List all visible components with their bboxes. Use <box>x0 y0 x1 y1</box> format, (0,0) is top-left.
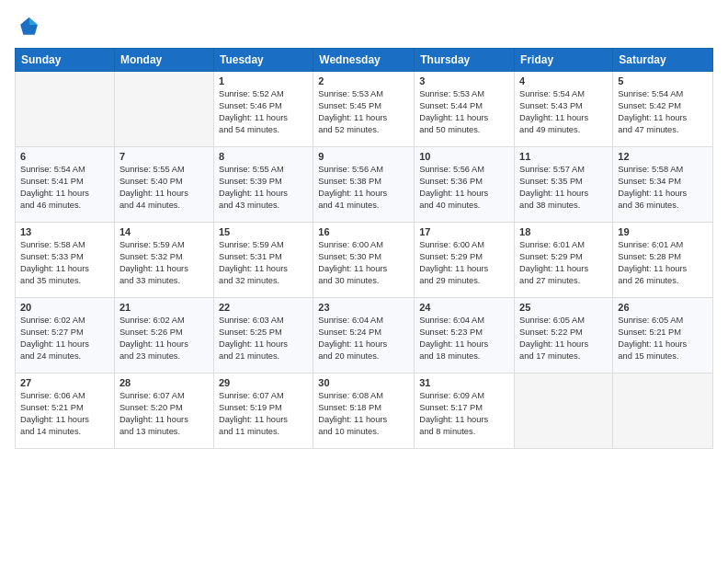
day-number: 21 <box>119 302 209 313</box>
svg-marker-1 <box>29 17 38 25</box>
weekday-header-wednesday: Wednesday <box>313 49 415 72</box>
day-number: 31 <box>419 377 509 388</box>
calendar-cell: 11Sunrise: 5:57 AM Sunset: 5:35 PM Dayli… <box>515 147 613 223</box>
day-number: 5 <box>618 75 708 86</box>
day-number: 29 <box>219 377 308 388</box>
day-number: 16 <box>318 226 409 237</box>
day-number: 12 <box>618 151 708 162</box>
day-info: Sunrise: 5:56 AM Sunset: 5:38 PM Dayligh… <box>318 164 409 212</box>
calendar-cell: 5Sunrise: 5:54 AM Sunset: 5:42 PM Daylig… <box>613 72 713 147</box>
calendar-cell: 9Sunrise: 5:56 AM Sunset: 5:38 PM Daylig… <box>313 147 415 223</box>
day-info: Sunrise: 6:05 AM Sunset: 5:21 PM Dayligh… <box>618 315 708 362</box>
calendar-cell: 8Sunrise: 5:55 AM Sunset: 5:39 PM Daylig… <box>213 147 313 223</box>
calendar-cell: 18Sunrise: 6:01 AM Sunset: 5:29 PM Dayli… <box>515 223 613 298</box>
day-number: 28 <box>119 377 209 388</box>
day-number: 17 <box>419 226 509 237</box>
calendar-week-4: 20Sunrise: 6:02 AM Sunset: 5:27 PM Dayli… <box>16 298 713 373</box>
calendar-cell: 4Sunrise: 5:54 AM Sunset: 5:43 PM Daylig… <box>515 72 613 147</box>
weekday-header-saturday: Saturday <box>613 49 713 72</box>
page-container: SundayMondayTuesdayWednesdayThursdayFrid… <box>0 0 728 563</box>
day-info: Sunrise: 6:00 AM Sunset: 5:29 PM Dayligh… <box>419 239 509 287</box>
day-number: 19 <box>618 226 708 237</box>
calendar-body: 1Sunrise: 5:52 AM Sunset: 5:46 PM Daylig… <box>16 72 713 449</box>
calendar-cell: 22Sunrise: 6:03 AM Sunset: 5:25 PM Dayli… <box>213 298 313 373</box>
calendar-cell: 6Sunrise: 5:54 AM Sunset: 5:41 PM Daylig… <box>16 147 115 223</box>
day-number: 22 <box>219 302 308 313</box>
calendar-cell: 24Sunrise: 6:04 AM Sunset: 5:23 PM Dayli… <box>415 298 515 373</box>
calendar-cell: 7Sunrise: 5:55 AM Sunset: 5:40 PM Daylig… <box>114 147 213 223</box>
day-info: Sunrise: 5:55 AM Sunset: 5:39 PM Dayligh… <box>219 164 308 212</box>
day-number: 2 <box>318 75 409 86</box>
day-number: 14 <box>119 226 209 237</box>
day-number: 4 <box>519 75 608 86</box>
calendar-cell: 15Sunrise: 5:59 AM Sunset: 5:31 PM Dayli… <box>213 223 313 298</box>
day-info: Sunrise: 6:06 AM Sunset: 5:21 PM Dayligh… <box>20 390 109 438</box>
calendar-cell: 25Sunrise: 6:05 AM Sunset: 5:22 PM Dayli… <box>515 298 613 373</box>
day-info: Sunrise: 6:08 AM Sunset: 5:18 PM Dayligh… <box>318 390 409 438</box>
day-number: 15 <box>219 226 308 237</box>
calendar-cell: 23Sunrise: 6:04 AM Sunset: 5:24 PM Dayli… <box>313 298 415 373</box>
calendar-cell: 10Sunrise: 5:56 AM Sunset: 5:36 PM Dayli… <box>415 147 515 223</box>
day-info: Sunrise: 5:54 AM Sunset: 5:43 PM Dayligh… <box>519 88 608 136</box>
weekday-header-friday: Friday <box>515 49 613 72</box>
calendar-week-2: 6Sunrise: 5:54 AM Sunset: 5:41 PM Daylig… <box>16 147 713 223</box>
day-number: 11 <box>519 151 608 162</box>
day-number: 27 <box>20 377 109 388</box>
day-info: Sunrise: 5:58 AM Sunset: 5:33 PM Dayligh… <box>20 239 109 287</box>
calendar-cell: 3Sunrise: 5:53 AM Sunset: 5:44 PM Daylig… <box>415 72 515 147</box>
day-info: Sunrise: 5:56 AM Sunset: 5:36 PM Dayligh… <box>419 164 509 212</box>
calendar-cell: 12Sunrise: 5:58 AM Sunset: 5:34 PM Dayli… <box>613 147 713 223</box>
day-info: Sunrise: 6:05 AM Sunset: 5:22 PM Dayligh… <box>519 315 608 362</box>
logo <box>15 15 44 40</box>
calendar-cell: 29Sunrise: 6:07 AM Sunset: 5:19 PM Dayli… <box>213 373 313 449</box>
day-info: Sunrise: 6:04 AM Sunset: 5:24 PM Dayligh… <box>318 315 409 362</box>
calendar-cell <box>515 373 613 449</box>
day-info: Sunrise: 6:03 AM Sunset: 5:25 PM Dayligh… <box>219 315 308 362</box>
day-info: Sunrise: 5:53 AM Sunset: 5:45 PM Dayligh… <box>318 88 409 136</box>
day-info: Sunrise: 6:01 AM Sunset: 5:28 PM Dayligh… <box>618 239 708 287</box>
calendar-cell: 17Sunrise: 6:00 AM Sunset: 5:29 PM Dayli… <box>415 223 515 298</box>
calendar-cell: 21Sunrise: 6:02 AM Sunset: 5:26 PM Dayli… <box>114 298 213 373</box>
weekday-header-thursday: Thursday <box>415 49 515 72</box>
calendar-week-1: 1Sunrise: 5:52 AM Sunset: 5:46 PM Daylig… <box>16 72 713 147</box>
calendar-cell: 13Sunrise: 5:58 AM Sunset: 5:33 PM Dayli… <box>16 223 115 298</box>
day-number: 25 <box>519 302 608 313</box>
day-info: Sunrise: 6:02 AM Sunset: 5:26 PM Dayligh… <box>119 315 209 362</box>
day-number: 24 <box>419 302 509 313</box>
weekday-header-tuesday: Tuesday <box>213 49 313 72</box>
day-number: 23 <box>318 302 409 313</box>
day-number: 30 <box>318 377 409 388</box>
calendar-week-3: 13Sunrise: 5:58 AM Sunset: 5:33 PM Dayli… <box>16 223 713 298</box>
day-number: 1 <box>219 75 308 86</box>
day-number: 7 <box>119 151 209 162</box>
day-info: Sunrise: 5:57 AM Sunset: 5:35 PM Dayligh… <box>519 164 608 212</box>
day-info: Sunrise: 5:55 AM Sunset: 5:40 PM Dayligh… <box>119 164 209 212</box>
weekday-header-monday: Monday <box>114 49 213 72</box>
day-number: 20 <box>20 302 109 313</box>
day-info: Sunrise: 6:07 AM Sunset: 5:19 PM Dayligh… <box>219 390 308 438</box>
day-info: Sunrise: 6:04 AM Sunset: 5:23 PM Dayligh… <box>419 315 509 362</box>
calendar-cell: 31Sunrise: 6:09 AM Sunset: 5:17 PM Dayli… <box>415 373 515 449</box>
calendar-cell <box>114 72 213 147</box>
day-info: Sunrise: 5:53 AM Sunset: 5:44 PM Dayligh… <box>419 88 509 136</box>
day-number: 26 <box>618 302 708 313</box>
calendar-cell: 26Sunrise: 6:05 AM Sunset: 5:21 PM Dayli… <box>613 298 713 373</box>
calendar-cell: 27Sunrise: 6:06 AM Sunset: 5:21 PM Dayli… <box>16 373 115 449</box>
calendar-table: SundayMondayTuesdayWednesdayThursdayFrid… <box>15 48 713 449</box>
day-info: Sunrise: 6:09 AM Sunset: 5:17 PM Dayligh… <box>419 390 509 438</box>
day-number: 13 <box>20 226 109 237</box>
day-info: Sunrise: 6:07 AM Sunset: 5:20 PM Dayligh… <box>119 390 209 438</box>
calendar-cell: 1Sunrise: 5:52 AM Sunset: 5:46 PM Daylig… <box>213 72 313 147</box>
header <box>15 15 713 40</box>
weekday-header-row: SundayMondayTuesdayWednesdayThursdayFrid… <box>16 49 713 72</box>
day-info: Sunrise: 6:00 AM Sunset: 5:30 PM Dayligh… <box>318 239 409 287</box>
day-number: 3 <box>419 75 509 86</box>
day-info: Sunrise: 5:52 AM Sunset: 5:46 PM Dayligh… <box>219 88 308 136</box>
day-number: 8 <box>219 151 308 162</box>
calendar-cell: 16Sunrise: 6:00 AM Sunset: 5:30 PM Dayli… <box>313 223 415 298</box>
logo-icon <box>15 15 40 40</box>
day-info: Sunrise: 6:01 AM Sunset: 5:29 PM Dayligh… <box>519 239 608 287</box>
calendar-week-5: 27Sunrise: 6:06 AM Sunset: 5:21 PM Dayli… <box>16 373 713 449</box>
day-info: Sunrise: 5:58 AM Sunset: 5:34 PM Dayligh… <box>618 164 708 212</box>
calendar-cell <box>613 373 713 449</box>
